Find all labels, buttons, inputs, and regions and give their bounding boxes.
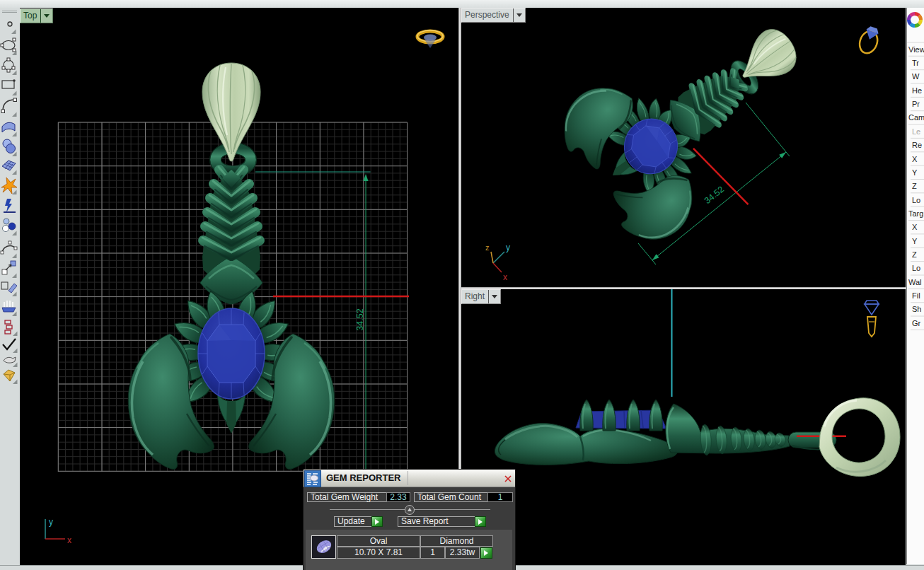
svg-text:Cam: Cam <box>908 113 924 122</box>
svg-text:z: z <box>485 243 490 252</box>
svg-text:34.52: 34.52 <box>355 308 365 330</box>
svg-text:34.52: 34.52 <box>703 185 726 207</box>
svg-text:Le: Le <box>912 127 920 136</box>
svg-text:Lo: Lo <box>912 264 920 272</box>
svg-text:Y: Y <box>912 237 918 245</box>
svg-text:y: y <box>506 243 510 252</box>
svg-text:View: View <box>908 45 924 54</box>
svg-text:Sh: Sh <box>912 305 921 313</box>
svg-text:Wal: Wal <box>908 278 922 286</box>
svg-text:Pr: Pr <box>912 100 920 108</box>
svg-text:Gr: Gr <box>912 319 921 327</box>
svg-text:He: He <box>912 86 922 95</box>
svg-text:Fil: Fil <box>912 291 920 300</box>
svg-text:Lo: Lo <box>912 196 920 204</box>
svg-text:y: y <box>49 517 53 527</box>
svg-text:W: W <box>912 72 920 81</box>
svg-text:Tr: Tr <box>912 59 919 67</box>
svg-text:x: x <box>503 272 507 282</box>
svg-text:Re: Re <box>912 141 922 149</box>
svg-text:x: x <box>67 535 71 545</box>
svg-text:Targ: Targ <box>908 209 923 218</box>
svg-text:X: X <box>912 155 918 163</box>
svg-text:Z: Z <box>912 182 917 190</box>
svg-text:Z: Z <box>912 250 917 259</box>
svg-text:Y: Y <box>912 168 918 177</box>
svg-text:X: X <box>912 223 918 231</box>
